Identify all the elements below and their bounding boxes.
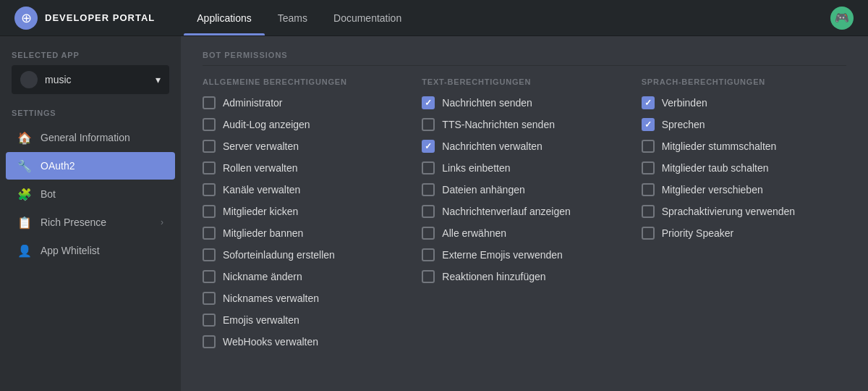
nav-teams[interactable]: Teams [265, 0, 320, 35]
logo-block: ⊕ DEVELOPER PORTAL [14, 7, 155, 30]
topnav-links: Applications Teams Documentation [184, 0, 414, 35]
checkbox-alle-erwaehnen[interactable] [422, 227, 435, 240]
perm-label: Mitglieder taub schalten [662, 162, 769, 174]
nav-documentation[interactable]: Documentation [320, 0, 414, 35]
perm-administrator: Administrator [203, 96, 407, 109]
checkbox-tts[interactable] [422, 118, 435, 131]
settings-label: SETTINGS [0, 109, 181, 123]
sidebar-item-bot[interactable]: 🧩 Bot [6, 180, 175, 208]
checkbox-reaktionen[interactable] [422, 270, 435, 283]
sidebar-item-label: OAuth2 [41, 160, 75, 172]
checkbox-audit-log[interactable] [203, 118, 216, 131]
perm-audit-log: Audit-Log anzeigen [203, 118, 407, 131]
perm-nickname: Nickname ändern [203, 270, 407, 283]
app-select-inner: music [20, 71, 72, 88]
col-sprach: SPRACH-BERECHTIGUNGEN Verbinden Sprechen… [642, 77, 846, 357]
perm-nachrichten-senden: Nachrichten senden [422, 96, 626, 109]
checkbox-nachrichten-verwalten[interactable] [422, 140, 435, 153]
checkbox-nickname[interactable] [203, 270, 216, 283]
perm-priority-speaker: Priority Speaker [642, 227, 846, 240]
checkbox-dateien[interactable] [422, 183, 435, 196]
perm-label: Externe Emojis verwenden [442, 249, 563, 261]
sidebar-item-oauth2[interactable]: 🔧 OAuth2 [6, 152, 175, 180]
perm-dateien: Dateien anhängen [422, 183, 626, 196]
checkbox-server[interactable] [203, 140, 216, 153]
perm-verbinden: Verbinden [642, 96, 846, 109]
perm-label: Nachrichten senden [442, 97, 532, 109]
perm-emojis: Emojis verwalten [203, 314, 407, 327]
checkbox-stummschalten[interactable] [642, 140, 655, 153]
perm-label: Nicknames verwalten [223, 293, 319, 304]
topnav: ⊕ DEVELOPER PORTAL Applications Teams Do… [0, 0, 868, 36]
sidebar-item-label: Rich Presence [41, 216, 106, 228]
section-title: BOT PERMISSIONS [203, 51, 846, 66]
perm-label: Emojis verwalten [223, 314, 299, 326]
nav-applications[interactable]: Applications [184, 0, 265, 35]
sidebar-item-rich-presence[interactable]: 📋 Rich Presence › [6, 209, 175, 236]
wrench-icon: 🔧 [17, 159, 32, 173]
checkbox-links[interactable] [422, 161, 435, 175]
perm-label: Audit-Log anzeigen [223, 119, 310, 130]
checkbox-webhooks[interactable] [203, 335, 216, 348]
perm-kicken: Mitglieder kicken [203, 205, 407, 218]
checkbox-rollen[interactable] [203, 161, 216, 175]
perm-stummschalten: Mitglieder stummschalten [642, 140, 846, 153]
perm-tts: TTS-Nachrichten senden [422, 118, 626, 131]
perm-kanaele: Kanäle verwalten [203, 183, 407, 196]
checkbox-verlauf[interactable] [422, 205, 435, 218]
perm-label: Nachrichtenverlauf anzeigen [442, 206, 570, 217]
perm-label: Mitglieder verschieben [662, 184, 763, 196]
perm-verlauf: Nachrichtenverlauf anzeigen [422, 205, 626, 218]
col-sprach-title: SPRACH-BERECHTIGUNGEN [642, 77, 846, 86]
app-selector[interactable]: music ▾ [12, 65, 169, 94]
sidebar-item-label: General Information [41, 132, 130, 143]
perm-label: Nickname ändern [223, 271, 302, 282]
sidebar-item-label: App Whitelist [41, 245, 100, 256]
perm-nicknames: Nicknames verwalten [203, 292, 407, 305]
checkbox-nachrichten-senden[interactable] [422, 96, 435, 109]
perm-sprachaktivierung: Sprachaktivierung verwenden [642, 205, 846, 218]
permissions-grid: ALLGEMEINE BERECHTIGUNGEN Administrator … [203, 77, 846, 357]
content-area: BOT PERMISSIONS ALLGEMEINE BERECHTIGUNGE… [181, 36, 868, 391]
perm-reaktionen: Reaktionen hinzufügen [422, 270, 626, 283]
dropdown-chevron-icon: ▾ [156, 74, 161, 85]
puzzle-icon: 🧩 [17, 187, 32, 201]
perm-label: Reaktionen hinzufügen [442, 271, 545, 282]
main-layout: SELECTED APP music ▾ SETTINGS 🏠 General … [0, 36, 868, 391]
checkbox-bannen[interactable] [203, 227, 216, 240]
checkbox-emojis[interactable] [203, 314, 216, 327]
discord-logo-icon: ⊕ [14, 7, 38, 30]
person-icon: 👤 [17, 243, 32, 258]
list-icon: 📋 [17, 215, 32, 230]
perm-label: Mitglieder stummschalten [662, 140, 777, 152]
sidebar-item-label: Bot [41, 188, 56, 200]
perm-label: Administrator [223, 97, 282, 109]
perm-nachrichten-verwalten: Nachrichten verwalten [422, 140, 626, 153]
checkbox-nicknames[interactable] [203, 292, 216, 305]
checkbox-taub-schalten[interactable] [642, 161, 655, 175]
selected-app-block: SELECTED APP music ▾ [0, 51, 181, 109]
checkbox-verschieben[interactable] [642, 183, 655, 196]
checkbox-einladung[interactable] [203, 248, 216, 261]
sidebar-item-app-whitelist[interactable]: 👤 App Whitelist [6, 237, 175, 264]
checkbox-sprachaktivierung[interactable] [642, 205, 655, 218]
checkbox-administrator[interactable] [203, 96, 216, 109]
selected-app-label: SELECTED APP [12, 51, 169, 59]
user-avatar[interactable]: 🎮 [830, 7, 854, 30]
checkbox-kanaele[interactable] [203, 183, 216, 196]
checkbox-verbinden[interactable] [642, 96, 655, 109]
perm-links: Links einbetten [422, 161, 626, 175]
perm-label: Sprachaktivierung verwenden [662, 206, 795, 217]
checkbox-sprechen[interactable] [642, 118, 655, 131]
perm-label: WebHooks verwalten [223, 336, 318, 348]
checkbox-externe-emojis[interactable] [422, 248, 435, 261]
checkbox-kicken[interactable] [203, 205, 216, 218]
perm-sprechen: Sprechen [642, 118, 846, 131]
perm-verschieben: Mitglieder verschieben [642, 183, 846, 196]
sidebar-item-general[interactable]: 🏠 General Information [6, 124, 175, 151]
sidebar: SELECTED APP music ▾ SETTINGS 🏠 General … [0, 36, 181, 391]
checkbox-priority-speaker[interactable] [642, 227, 655, 240]
perm-einladung: Soforteinladung erstellen [203, 248, 407, 261]
app-icon [20, 71, 38, 88]
col-allgemeine: ALLGEMEINE BERECHTIGUNGEN Administrator … [203, 77, 407, 357]
